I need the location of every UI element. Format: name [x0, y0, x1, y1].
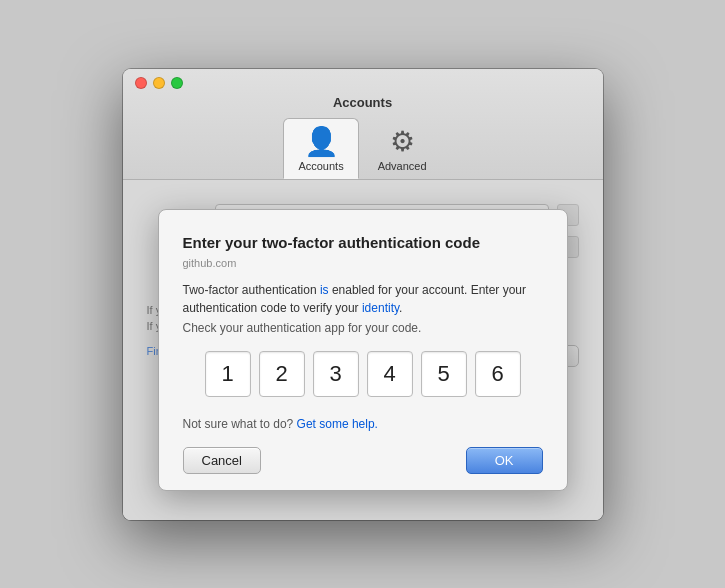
code-digit-6[interactable]: 6 [475, 351, 521, 397]
accounts-label: Accounts [298, 160, 343, 172]
window-title: Accounts [333, 95, 392, 110]
toolbar-accounts[interactable]: 👤 Accounts [283, 118, 358, 179]
code-digit-5[interactable]: 5 [421, 351, 467, 397]
main-window: Accounts 👤 Accounts ⚙ Advanced GitHub. P… [123, 69, 603, 520]
ok-button[interactable]: OK [466, 447, 543, 474]
toolbar: 👤 Accounts ⚙ Advanced [283, 118, 441, 179]
dialog-overlay: Enter your two-factor authentication cod… [123, 180, 603, 520]
gear-icon: ⚙ [390, 125, 415, 158]
two-factor-dialog: Enter your two-factor authentication cod… [158, 209, 568, 491]
window-content: GitHub. Pas GitHu If you If you login he… [123, 180, 603, 520]
help-text: Not sure what to do? Get some help. [183, 417, 543, 431]
window-controls [135, 77, 183, 89]
is-link: is [320, 283, 329, 297]
advanced-label: Advanced [378, 160, 427, 172]
toolbar-advanced[interactable]: ⚙ Advanced [363, 118, 442, 179]
minimize-button[interactable] [153, 77, 165, 89]
dialog-buttons: Cancel OK [183, 447, 543, 474]
close-button[interactable] [135, 77, 147, 89]
code-digit-3[interactable]: 3 [313, 351, 359, 397]
dialog-subtitle: github.com [183, 257, 543, 269]
dialog-body-text1: Two-factor authentication is enabled for… [183, 281, 543, 317]
identity-link: identity [362, 301, 399, 315]
code-digit-4[interactable]: 4 [367, 351, 413, 397]
titlebar: Accounts 👤 Accounts ⚙ Advanced [123, 69, 603, 180]
cancel-button[interactable]: Cancel [183, 447, 261, 474]
accounts-icon: 👤 [304, 125, 339, 158]
maximize-button[interactable] [171, 77, 183, 89]
dialog-title: Enter your two-factor authentication cod… [183, 234, 543, 251]
code-digit-2[interactable]: 2 [259, 351, 305, 397]
dialog-check-text: Check your authentication app for your c… [183, 321, 543, 335]
code-digit-1[interactable]: 1 [205, 351, 251, 397]
help-link[interactable]: Get some help. [297, 417, 378, 431]
help-text-prefix: Not sure what to do? [183, 417, 297, 431]
code-inputs: 1 2 3 4 5 6 [183, 351, 543, 397]
